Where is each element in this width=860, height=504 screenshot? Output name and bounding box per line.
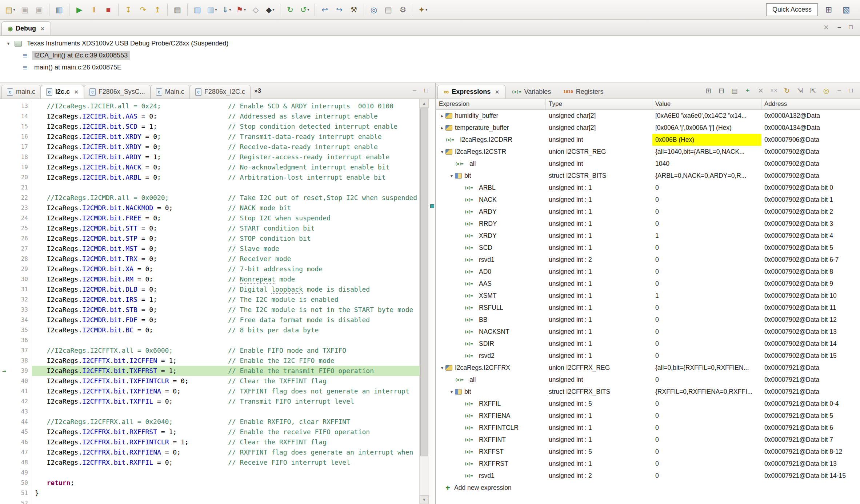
expression-row[interactable]: ▾bitstruct I2CFFRX_BITS{RXFFIL=0,RXFFIEN…: [436, 386, 860, 398]
breakpoint-margin[interactable]: [0, 233, 11, 244]
breakpoint-margin[interactable]: [0, 254, 11, 264]
breakpoint-margin[interactable]: [0, 305, 11, 315]
expression-row[interactable]: (x)=RRDYunsigned int : 100x00007902@Data…: [436, 218, 860, 230]
scroll-down-icon[interactable]: ▼: [420, 495, 429, 504]
code-text[interactable]: [32, 183, 419, 193]
minimize-icon[interactable]: –: [835, 87, 843, 94]
stack-frame-i2ca-init[interactable]: ≡I2CA_Init() at i2c.c:39 0x008553: [0, 49, 860, 61]
code-line[interactable]: 43: [0, 407, 419, 417]
expression-row[interactable]: (x)=NACKunsigned int : 100x00007902@Data…: [436, 194, 860, 206]
export-button[interactable]: ⇱: [808, 85, 819, 96]
breakpoint-margin[interactable]: →: [0, 366, 11, 376]
breakpoint-margin[interactable]: [0, 396, 11, 407]
breakpoint-button[interactable]: ⚑▾: [234, 2, 248, 17]
expression-row[interactable]: (x)=ARDYunsigned int : 100x00007902@Data…: [436, 206, 860, 218]
expression-row[interactable]: (x)=BBunsigned int : 100x00007902@Data b…: [436, 314, 860, 326]
step-over-button[interactable]: ↷: [136, 2, 150, 17]
expression-row[interactable]: (x)=AASunsigned int : 100x00007902@Data …: [436, 278, 860, 290]
breakpoint-margin[interactable]: [0, 101, 11, 111]
expression-row[interactable]: ▾I2caRegs.I2CSTRunion I2CSTR_REG{all=104…: [436, 146, 860, 158]
code-line[interactable]: 29 I2caRegs.I2CMDR.bit.XA = 0; // 7-bit …: [0, 264, 419, 274]
remove-expression-button[interactable]: ✕: [755, 85, 766, 96]
code-line[interactable]: 40 I2caRegs.I2CFFTX.bit.TXFFINTCLR = 0; …: [0, 376, 419, 386]
editor-tab-f2806xsysc[interactable]: cF2806x_SysC...: [84, 85, 151, 99]
expression-row[interactable]: (x)=SCDunsigned int : 100x00007902@Data …: [436, 242, 860, 254]
remove-all-terminated-button[interactable]: ✕: [821, 22, 832, 33]
back-button[interactable]: ↩: [318, 2, 332, 17]
breakpoint-margin[interactable]: [0, 274, 11, 284]
overview-annotation-marker[interactable]: [430, 204, 434, 208]
code-text[interactable]: I2caRegs.I2CFFTX.bit.TXFFINTCLR = 0; // …: [32, 376, 419, 386]
breakpoint-margin[interactable]: [0, 132, 11, 142]
code-text[interactable]: [32, 335, 419, 345]
breakpoint-margin[interactable]: [0, 264, 11, 274]
breakpoint-margin[interactable]: [0, 203, 11, 213]
code-text[interactable]: I2caRegs.I2CIER.bit.NACK = 0; // No-ackn…: [32, 162, 419, 172]
code-text[interactable]: I2caRegs.I2CMDR.bit.DLB = 0; // Digital …: [32, 284, 419, 295]
save-button[interactable]: ▣: [18, 2, 32, 17]
profile-button[interactable]: ◆▾: [263, 2, 277, 17]
column-header-expression[interactable]: Expression: [436, 99, 546, 109]
tab-variables[interactable]: (x)=Variables: [505, 85, 557, 99]
code-line[interactable]: 50 return;: [0, 478, 419, 488]
breakpoint-margin[interactable]: [0, 223, 11, 233]
breakpoint-margin[interactable]: [0, 427, 11, 437]
code-text[interactable]: I2caRegs.I2CIER.bit.AAS = 0; // Addresse…: [32, 111, 419, 121]
chevron-right-icon[interactable]: ▸: [439, 113, 445, 119]
code-line[interactable]: 28 I2caRegs.I2CMDR.bit.TRX = 0; // Recei…: [0, 254, 419, 264]
expression-row[interactable]: (x)=allunsigned int00x00007921@Data: [436, 374, 860, 386]
code-line[interactable]: 34 I2caRegs.I2CMDR.bit.FDF = 0; // Free …: [0, 315, 419, 325]
resume-button[interactable]: ▶: [72, 2, 86, 17]
import-button[interactable]: ⇲: [795, 85, 805, 96]
remove-all-expressions-button[interactable]: ✕✕: [768, 85, 779, 96]
code-line[interactable]: 49: [0, 468, 419, 478]
editor-scrollbar[interactable]: ▲ ▼: [419, 99, 429, 504]
expression-row[interactable]: (x)=RSFULLunsigned int : 100x00007902@Da…: [436, 302, 860, 314]
code-line[interactable]: 31 I2caRegs.I2CMDR.bit.DLB = 0; // Digit…: [0, 284, 419, 295]
code-text[interactable]: return;: [32, 478, 419, 488]
console-button[interactable]: ▥: [52, 2, 66, 17]
breakpoint-margin[interactable]: [0, 172, 11, 183]
overview-ruler[interactable]: [429, 99, 435, 504]
breakpoint-margin[interactable]: [0, 213, 11, 223]
tab-registers[interactable]: 1010Registers: [557, 85, 610, 99]
code-line[interactable]: 19 I2caRegs.I2CIER.bit.NACK = 0; // No-a…: [0, 162, 419, 172]
show-type-names-button[interactable]: ⊞: [703, 85, 714, 96]
code-text[interactable]: I2caRegs.I2CIER.bit.XRDY = 0; // Receive…: [32, 142, 419, 152]
debug-perspective-button[interactable]: ▧: [839, 2, 853, 17]
code-line[interactable]: 48 I2caRegs.I2CFFRX.bit.RXFFIL = 0; // R…: [0, 457, 419, 468]
chevron-down-icon[interactable]: ▾: [448, 389, 455, 395]
expression-row[interactable]: (x)=ARBLunsigned int : 100x00007902@Data…: [436, 182, 860, 194]
code-line[interactable]: →39 I2caRegs.I2CFFTX.bit.TXFFRST = 1; //…: [0, 366, 419, 376]
code-text[interactable]: I2caRegs.I2CFFTX.bit.TXFFIL = 0; // Tran…: [32, 396, 419, 407]
code-text[interactable]: I2caRegs.I2CMDR.bit.BC = 0; // 8 bits pe…: [32, 325, 419, 335]
reset-cpu-button[interactable]: ↺▾: [298, 2, 312, 17]
maximize-icon[interactable]: □: [847, 24, 855, 31]
code-line[interactable]: 52: [0, 498, 419, 504]
terminate-button[interactable]: ■: [101, 2, 115, 17]
code-line[interactable]: 14 I2caRegs.I2CIER.bit.AAS = 0; // Addre…: [0, 111, 419, 121]
code-text[interactable]: //I2caRegs.I2CFFTX.all = 0x6000; // Enab…: [32, 345, 419, 356]
expression-row[interactable]: ▸humidity_bufferunsigned char[2][0xA6E0 …: [436, 110, 860, 122]
column-header-type[interactable]: Type: [546, 99, 652, 109]
editor-tab-mainc[interactable]: cMain.c: [151, 85, 190, 99]
code-line[interactable]: 33 I2caRegs.I2CMDR.bit.STB = 0; // The I…: [0, 305, 419, 315]
code-line[interactable]: 15 I2caRegs.I2CIER.bit.SCD = 1; // Stop …: [0, 121, 419, 132]
breakpoint-margin[interactable]: [0, 244, 11, 254]
expression-row[interactable]: (x)=AD0unsigned int : 100x00007902@Data …: [436, 266, 860, 278]
instruction-step-button[interactable]: ▦: [171, 2, 184, 17]
code-text[interactable]: I2caRegs.I2CFFTX.bit.I2CFFEN = 1; // Ena…: [32, 356, 419, 366]
breakpoint-margin[interactable]: [0, 183, 11, 193]
breakpoint-margin[interactable]: [0, 111, 11, 121]
expression-row[interactable]: (x)=XSMTunsigned int : 110x00007902@Data…: [436, 290, 860, 302]
breakpoint-margin[interactable]: [0, 386, 11, 396]
column-header-value[interactable]: Value: [652, 99, 761, 109]
expression-row[interactable]: (x)=SDIRunsigned int : 100x00007902@Data…: [436, 338, 860, 350]
code-line[interactable]: 35 I2caRegs.I2CMDR.bit.BC = 0; // 8 bits…: [0, 325, 419, 335]
code-text[interactable]: I2caRegs.I2CFFTX.bit.TXFFIENA = 0; // TX…: [32, 386, 419, 396]
open-perspective-button[interactable]: ⊞: [822, 2, 836, 17]
tab-debug[interactable]: ◉ Debug ✕: [1, 21, 51, 35]
breakpoint-margin[interactable]: [0, 315, 11, 325]
code-line[interactable]: 30 I2caRegs.I2CMDR.bit.RM = 0; // Nonrep…: [0, 274, 419, 284]
expression-row[interactable]: ▾I2caRegs.I2CFFRXunion I2CFFRX_REG{all=0…: [436, 362, 860, 374]
